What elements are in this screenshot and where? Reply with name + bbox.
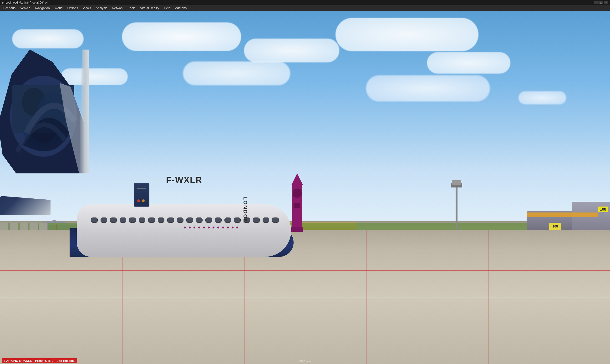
- menu-navigation[interactable]: Navigation: [33, 5, 52, 11]
- menu-add-ons[interactable]: Add-ons: [173, 5, 189, 11]
- gate-number-board: 108: [549, 223, 561, 230]
- menu-virtual-reality[interactable]: Virtual Reality: [138, 5, 162, 11]
- fuselage-window: [167, 218, 174, 223]
- dot: [194, 227, 195, 228]
- street-light-pole: [455, 187, 457, 230]
- tower-spire: [291, 173, 303, 185]
- fuselage-window: [234, 218, 241, 223]
- dot: [232, 227, 234, 228]
- title-bar-left: ▶ Lockheed Martin® Prepar3D® v4: [2, 1, 48, 4]
- aircraft-door: [134, 183, 149, 207]
- menu-network[interactable]: Network: [110, 5, 126, 11]
- fuselage-window: [148, 218, 155, 223]
- minimize-button[interactable]: ─: [594, 1, 598, 4]
- close-button[interactable]: ✕: [604, 1, 608, 4]
- dot: [208, 227, 210, 228]
- tower-windows: [294, 203, 300, 208]
- dot: [203, 227, 205, 228]
- menu-scenario[interactable]: Scenario: [1, 5, 18, 11]
- fuselage: [77, 204, 291, 257]
- fuselage-window: [120, 218, 126, 223]
- fuselage-window: [101, 218, 107, 223]
- fuselage-window: [110, 218, 117, 223]
- flight-simulator-viewport: 108: [0, 11, 610, 364]
- app-icon: ▶: [2, 1, 4, 4]
- fuselage-window: [129, 218, 136, 223]
- street-light-lamp: [452, 180, 461, 185]
- fuselage-window: [186, 218, 193, 223]
- tail-fin-livery: [0, 50, 89, 173]
- dot: [189, 227, 191, 228]
- cloud: [366, 75, 490, 102]
- dot: [217, 227, 219, 228]
- dot: [236, 227, 238, 228]
- dot: [222, 227, 224, 228]
- fuselage-window: [253, 218, 260, 223]
- title-bar: ▶ Lockheed Martin® Prepar3D® v4 ─ □ ✕: [0, 0, 610, 5]
- parking-brakes-message: PARKING BRAKES - Press 'CTRL + .' to rel…: [2, 358, 77, 363]
- cloud: [244, 39, 339, 62]
- gate-sign: 108: [598, 207, 608, 212]
- apron-stripe: [527, 212, 598, 217]
- fuselage-window: [205, 218, 212, 223]
- title-bar-controls: ─ □ ✕: [594, 1, 608, 4]
- menu-tools[interactable]: Tools: [126, 5, 138, 11]
- fuselage-window: [177, 218, 183, 223]
- fuselage-window: [158, 218, 164, 223]
- menu-analysis[interactable]: Analysis: [93, 5, 110, 11]
- cloud: [12, 29, 84, 48]
- fuselage-window: [196, 218, 203, 223]
- cloud: [122, 22, 241, 51]
- tarmac-line: [0, 270, 610, 271]
- dot: [198, 227, 200, 228]
- menu-options[interactable]: Options: [65, 5, 80, 11]
- fuselage-window: [215, 218, 221, 223]
- cloud: [519, 91, 566, 104]
- horizontal-stabilizer: [0, 196, 51, 215]
- aircraft-registration: F-WXLR: [166, 175, 202, 185]
- big-ben-tower: [290, 175, 304, 232]
- dot: [184, 227, 186, 228]
- tarmac-line: [488, 230, 489, 364]
- london-livery-decoration: [266, 165, 309, 232]
- menu-vehicle[interactable]: Vehicle: [18, 5, 33, 11]
- aircraft-destination-text: LONDON: [242, 196, 248, 223]
- fuselage-window: [224, 218, 231, 223]
- aircraft-model: F-WXLR LONDON: [0, 98, 327, 265]
- dot: [227, 227, 229, 228]
- app-title: Lockheed Martin® Prepar3D® v4: [5, 1, 48, 4]
- fuselage-window: [139, 218, 145, 223]
- menu-bar: Scenario Vehicle Navigation World Option…: [0, 5, 610, 11]
- status-bar: PARKING BRAKES - Press 'CTRL + .' to rel…: [0, 357, 610, 364]
- menu-views[interactable]: Views: [80, 5, 93, 11]
- cloud: [183, 62, 290, 85]
- cloud: [336, 18, 479, 51]
- dot: [213, 227, 214, 228]
- cloud: [427, 52, 510, 74]
- vertical-tail-fin: [0, 50, 89, 173]
- livery-dotted-line: [184, 227, 316, 228]
- menu-world[interactable]: World: [52, 5, 65, 11]
- fuselage-window: [91, 218, 98, 223]
- tarmac-line: [0, 297, 610, 297]
- restore-button[interactable]: □: [599, 1, 603, 4]
- tarmac-line: [366, 230, 366, 364]
- menu-help[interactable]: Help: [162, 5, 173, 11]
